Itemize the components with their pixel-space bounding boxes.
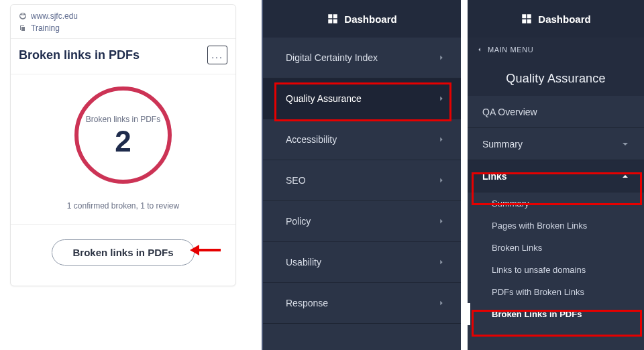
chevron-right-icon (438, 135, 445, 144)
sub-nav-panel: Dashboard MAIN MENU Quality Assurance QA… (468, 0, 644, 350)
chevron-right-icon (438, 94, 445, 103)
nav-item-label: Digital Certainty Index (286, 52, 378, 63)
metric-ring: Broken links in PDFs 2 (74, 86, 172, 184)
nav-item-response[interactable]: Response (263, 283, 461, 324)
nav-item-label: Accessibility (286, 134, 337, 145)
chevron-down-icon (621, 140, 629, 148)
card-head: Broken links in PDFs ... (11, 38, 235, 74)
card-foot: Broken links in PDFs (11, 224, 235, 286)
widget-panel: www.sjfc.edu Training Broken links in PD… (0, 0, 262, 350)
ring-label: Broken links in PDFs (86, 115, 160, 124)
nav-item-seo[interactable]: SEO (263, 160, 461, 201)
svg-rect-7 (527, 14, 531, 18)
dashboard-header[interactable]: Dashboard (468, 0, 644, 38)
chevron-right-icon (438, 53, 445, 62)
nav-item-label: Quality Assurance (286, 93, 362, 104)
subnav-child-broken-links-in-pdfs[interactable]: Broken Links in PDFs (468, 303, 644, 325)
nav-item-policy[interactable]: Policy (263, 201, 461, 242)
svg-rect-3 (333, 14, 337, 18)
svg-rect-9 (527, 19, 531, 23)
nav-item-digital-certainty-index[interactable]: Digital Certainty Index (263, 38, 461, 78)
ring-caption: 1 confirmed broken, 1 to review (67, 201, 179, 211)
subnav-item-label: Links (482, 171, 507, 182)
dashboard-icon (521, 13, 533, 25)
section-title: Quality Assurance (468, 61, 644, 96)
chevron-left-icon (477, 46, 482, 54)
svg-rect-6 (523, 14, 527, 18)
copy-icon (19, 24, 27, 32)
broken-links-button[interactable]: Broken links in PDFs (52, 239, 194, 266)
training-label: Training (31, 22, 60, 34)
chevron-right-icon (438, 176, 445, 185)
svg-rect-2 (329, 14, 333, 18)
chevron-up-icon (621, 172, 629, 180)
svg-rect-8 (523, 19, 527, 23)
svg-rect-4 (329, 19, 333, 23)
subnav-child-pages-with-broken-links[interactable]: Pages with Broken Links (468, 215, 644, 237)
main-nav-panel: Dashboard Digital Certainty IndexQuality… (263, 0, 461, 350)
chevron-right-icon (438, 298, 445, 308)
subnav-item-links[interactable]: Links (468, 160, 644, 192)
subnav-item-qa-overview[interactable]: QA Overview (468, 96, 644, 128)
nav-item-label: SEO (286, 175, 306, 186)
subnav-child-pdfs-with-broken-links[interactable]: PDFs with Broken Links (468, 281, 644, 303)
subnav-child-links-to-unsafe-domains[interactable]: Links to unsafe domains (468, 259, 644, 281)
chevron-right-icon (438, 217, 445, 226)
training-row: Training (19, 22, 227, 34)
broken-links-card: www.sjfc.edu Training Broken links in PD… (10, 4, 236, 286)
ring-value: 2 (115, 127, 131, 156)
dashboard-icon (327, 13, 339, 25)
subnav-child-broken-links[interactable]: Broken Links (468, 237, 644, 259)
chevron-right-icon (438, 257, 445, 267)
dashboard-header[interactable]: Dashboard (263, 0, 461, 38)
subnav-child-summary[interactable]: Summary (468, 192, 644, 215)
card-meta: www.sjfc.edu Training (11, 5, 235, 38)
dashboard-label: Dashboard (344, 13, 396, 25)
nav-item-quality-assurance[interactable]: Quality Assurance (263, 78, 461, 119)
nav-item-usability[interactable]: Usability (263, 242, 461, 283)
panel-gap (461, 0, 468, 350)
subnav-item-label: Summary (482, 139, 523, 150)
subnav-item-label: QA Overview (482, 107, 537, 117)
site-row: www.sjfc.edu (19, 10, 227, 22)
back-to-main-menu[interactable]: MAIN MENU (468, 38, 644, 61)
nav-item-label: Usability (286, 257, 321, 268)
site-label: www.sjfc.edu (31, 10, 78, 22)
back-label: MAIN MENU (488, 46, 533, 54)
card-title: Broken links in PDFs (19, 48, 140, 62)
nav-item-accessibility[interactable]: Accessibility (263, 119, 461, 160)
subnav-item-summary[interactable]: Summary (468, 128, 644, 160)
nav-item-label: Policy (286, 216, 311, 227)
dashboard-label: Dashboard (538, 13, 590, 25)
nav-item-label: Response (286, 298, 328, 308)
svg-rect-5 (333, 19, 337, 23)
card-more-button[interactable]: ... (207, 46, 227, 64)
globe-icon (19, 12, 27, 20)
card-body: Broken links in PDFs 2 1 confirmed broke… (11, 74, 235, 224)
